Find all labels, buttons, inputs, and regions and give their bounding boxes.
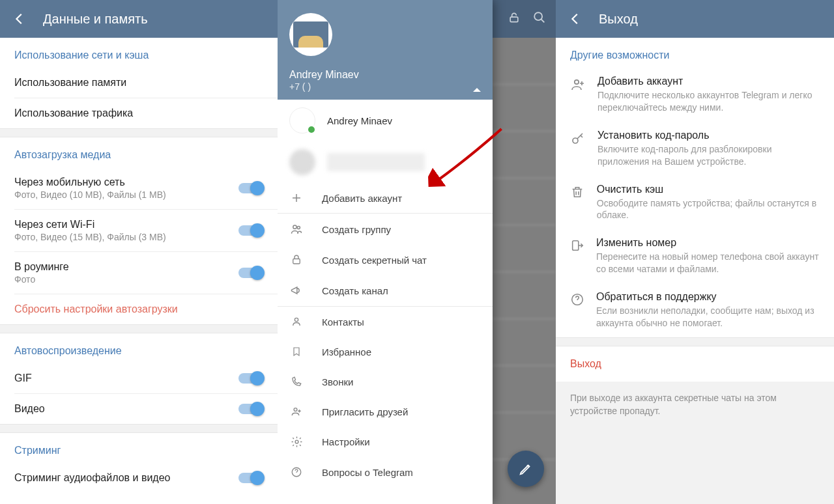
wifi-toggle[interactable] — [238, 225, 263, 236]
roaming-row[interactable]: В роуминге Фото — [0, 252, 278, 294]
logout-panel: Выход Другие возможности Добавить аккаун… — [556, 0, 834, 504]
mobile-toggle[interactable] — [238, 183, 263, 193]
video-label: Видео — [14, 403, 238, 415]
logout-icon — [570, 237, 584, 255]
memory-usage-row[interactable]: Использование памяти — [0, 68, 278, 98]
support-option[interactable]: Обратиться в поддержкуЕсли возникли непо… — [556, 283, 834, 337]
svg-rect-11 — [573, 241, 579, 251]
settings-item[interactable]: Настройки — [278, 427, 493, 457]
stream-toggle[interactable] — [238, 473, 263, 483]
page-title: Данные и память — [43, 12, 148, 27]
menu-label: Вопросы о Telegram — [322, 467, 413, 478]
trash-icon — [570, 184, 585, 202]
add-account-option[interactable]: Добавить аккаунтПодключите несколько акк… — [556, 68, 834, 122]
wifi-label: Через сети Wi-Fi — [14, 219, 238, 231]
menu-label: Звонки — [322, 376, 353, 387]
passcode-option[interactable]: Установить код-парольВключите код-пароль… — [556, 122, 834, 176]
back-icon[interactable] — [566, 10, 584, 28]
option-title: Изменить номер — [596, 237, 820, 249]
divider — [0, 128, 278, 137]
menu-label: Создать канал — [322, 285, 388, 296]
option-title: Добавить аккаунт — [597, 76, 820, 87]
gif-label: GIF — [14, 372, 238, 384]
menu-label: Настройки — [322, 436, 370, 447]
video-row[interactable]: Видео — [0, 394, 278, 424]
header: Выход — [556, 0, 834, 38]
gif-toggle[interactable] — [238, 373, 263, 384]
back-icon[interactable] — [10, 10, 29, 28]
account-name: Andrey Minaev — [327, 115, 392, 126]
roaming-toggle[interactable] — [238, 268, 263, 278]
phone-icon — [289, 376, 304, 387]
drawer-header: Andrey Minaev +7 ( ) — [278, 0, 493, 100]
option-title: Обратиться в поддержку — [596, 291, 820, 303]
mobile-label: Через мобильную сеть — [14, 176, 238, 188]
account-row-current[interactable]: Andrey Minaev — [278, 100, 493, 141]
section-usage: Использование сети и кэша — [0, 38, 278, 68]
section-other: Другие возможности — [556, 38, 834, 68]
chevron-up-icon[interactable] — [473, 88, 481, 92]
secret-chat-item[interactable]: Создать секретный чат — [278, 245, 493, 275]
option-title: Установить код-пароль — [597, 130, 820, 141]
lock-icon — [289, 254, 304, 266]
add-account-item[interactable]: Добавить аккаунт — [278, 183, 493, 213]
divider — [556, 337, 834, 346]
svg-point-7 — [295, 440, 298, 443]
gif-row[interactable]: GIF — [0, 363, 278, 393]
svg-point-2 — [293, 225, 296, 229]
calls-item[interactable]: Звонки — [278, 367, 493, 397]
logout-button[interactable]: Выход — [556, 346, 834, 382]
video-toggle[interactable] — [238, 404, 263, 414]
drawer-user-name: Andrey Minaev — [289, 69, 359, 81]
navigation-drawer: Andrey Minaev +7 ( ) Andrey Minaev Добав… — [278, 0, 493, 504]
check-icon — [307, 125, 316, 134]
divider — [0, 424, 278, 433]
svg-point-6 — [294, 408, 297, 412]
plus-icon — [289, 192, 304, 204]
wifi-row[interactable]: Через сети Wi-Fi Фото, Видео (15 MB), Фа… — [0, 210, 278, 251]
add-person-icon — [570, 76, 586, 95]
avatar[interactable] — [289, 13, 332, 56]
drawer-panel: Andrey Minaev +7 ( ) Andrey Minaev Добав… — [278, 0, 556, 504]
svg-point-5 — [295, 318, 298, 321]
clear-cache-option[interactable]: Очистить кэшОсвободите память устройства… — [556, 176, 834, 230]
contacts-item[interactable]: Контакты — [278, 307, 493, 337]
stream-label: Стриминг аудиофайлов и видео — [14, 472, 238, 484]
header: Данные и память — [0, 0, 278, 38]
roaming-label: В роуминге — [14, 261, 238, 273]
menu-label: Создать группу — [322, 224, 391, 235]
section-autoplay: Автовоспроизведение — [0, 333, 278, 363]
mobile-data-row[interactable]: Через мобильную сеть Фото, Видео (10 MB)… — [0, 167, 278, 209]
roaming-sub: Фото — [14, 274, 238, 285]
lock-icon[interactable] — [508, 11, 521, 27]
reset-autoload-button[interactable]: Сбросить настройки автозагрузки — [0, 294, 278, 324]
group-icon — [289, 223, 304, 236]
svg-rect-0 — [510, 17, 518, 21]
change-number-option[interactable]: Изменить номерПеренесите на новый номер … — [556, 229, 834, 283]
traffic-usage-row[interactable]: Использование трафика — [0, 98, 278, 128]
svg-point-10 — [573, 138, 578, 143]
option-sub: Включите код-пароль для разблокировки пр… — [597, 143, 820, 168]
create-group-item[interactable]: Создать группу — [278, 214, 493, 245]
svg-point-9 — [575, 80, 579, 84]
compose-fab[interactable] — [508, 451, 544, 487]
key-icon — [570, 130, 586, 149]
redacted-account-name — [327, 153, 425, 171]
create-channel-item[interactable]: Создать канал — [278, 275, 493, 306]
account-row-other[interactable] — [278, 141, 493, 183]
svg-point-1 — [534, 12, 542, 20]
search-icon[interactable] — [532, 10, 547, 27]
avatar — [289, 107, 315, 133]
favorites-item[interactable]: Избранное — [278, 337, 493, 367]
add-account-label: Добавить аккаунт — [322, 193, 402, 204]
traffic-usage-label: Использование трафика — [14, 107, 263, 119]
data-and-storage-panel: Данные и память Использование сети и кэш… — [0, 0, 278, 504]
page-title: Выход — [599, 12, 638, 27]
faq-item[interactable]: Вопросы о Telegram — [278, 457, 493, 487]
option-sub: Подключите несколько аккаунтов Telegram … — [597, 89, 820, 114]
invite-item[interactable]: Пригласить друзей — [278, 397, 493, 427]
menu-label: Пригласить друзей — [322, 406, 408, 417]
person-icon — [289, 316, 304, 328]
section-streaming: Стриминг — [0, 433, 278, 463]
stream-row[interactable]: Стриминг аудиофайлов и видео — [0, 463, 278, 493]
